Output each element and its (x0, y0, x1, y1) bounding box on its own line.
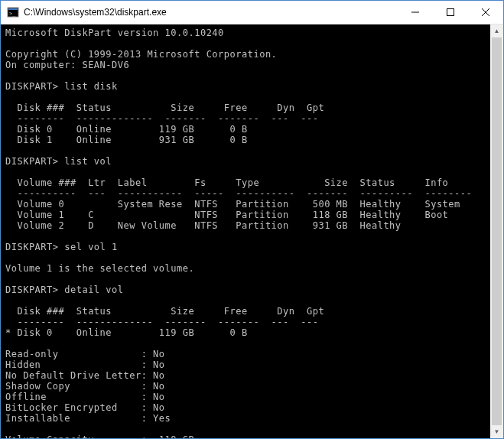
titlebar[interactable]: >_ C:\Windows\system32\diskpart.exe (1, 1, 503, 24)
vertical-scrollbar[interactable]: ▲ ▼ (490, 24, 503, 438)
console-output[interactable]: Microsoft DiskPart version 10.0.10240 Co… (1, 24, 490, 438)
scroll-down-button[interactable]: ▼ (490, 425, 503, 438)
window-controls (398, 1, 503, 24)
svg-rect-1 (8, 8, 18, 10)
scroll-up-button[interactable]: ▲ (490, 24, 503, 37)
close-button[interactable] (468, 1, 503, 24)
maximize-button[interactable] (433, 1, 468, 24)
svg-rect-4 (447, 9, 454, 16)
app-icon: >_ (7, 6, 19, 18)
minimize-button[interactable] (398, 1, 433, 24)
client-area: Microsoft DiskPart version 10.0.10240 Co… (1, 24, 503, 438)
window-title: C:\Windows\system32\diskpart.exe (24, 7, 398, 18)
scroll-track[interactable] (490, 37, 503, 425)
app-window: >_ C:\Windows\system32\diskpart.exe Micr… (0, 0, 504, 439)
scroll-thumb[interactable] (492, 37, 502, 425)
svg-text:>_: >_ (9, 11, 16, 17)
